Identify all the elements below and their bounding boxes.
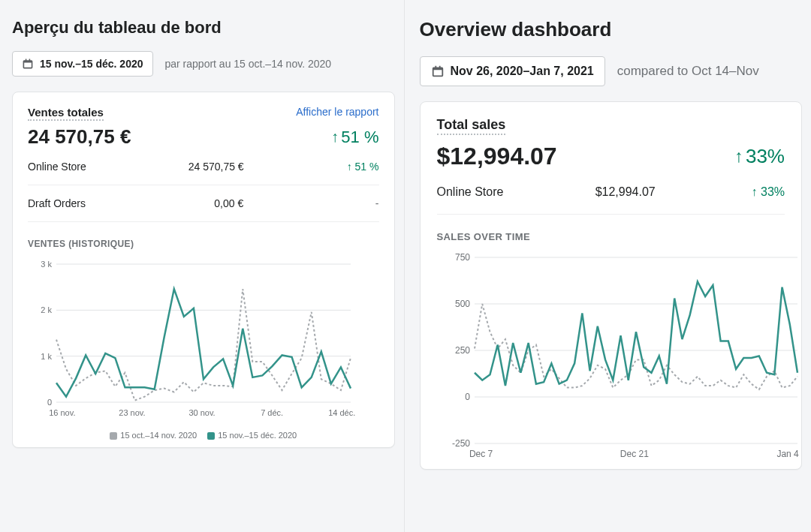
- metric-change: ↑33%: [734, 145, 785, 168]
- row-change: ↑ 51 %: [326, 161, 378, 173]
- svg-text:Dec 7: Dec 7: [469, 449, 493, 459]
- daterange-picker[interactable]: Nov 26, 2020–Jan 7, 2021: [420, 56, 605, 86]
- svg-text:14 déc.: 14 déc.: [328, 408, 355, 417]
- metric-value: $12,994.07: [437, 143, 557, 170]
- metric-label: Total sales: [437, 117, 506, 135]
- svg-text:750: 750: [454, 252, 469, 263]
- svg-text:0: 0: [465, 392, 470, 402]
- svg-text:16 nov.: 16 nov.: [49, 408, 75, 417]
- svg-text:1 k: 1 k: [41, 352, 52, 361]
- svg-text:0: 0: [47, 398, 52, 407]
- chart-section-label: VENTES (HISTORIQUE): [28, 239, 379, 249]
- toolbar: 15 nov.–15 déc. 2020 par rapport au 15 o…: [12, 51, 395, 77]
- row-value: $12,994.07: [580, 185, 656, 199]
- table-row: Online Store $12,994.07 ↑ 33%: [437, 170, 785, 215]
- page-title: Aperçu du tableau de bord: [12, 18, 395, 38]
- table-row: Draft Orders 0,00 € -: [28, 185, 379, 222]
- daterange-picker[interactable]: 15 nov.–15 déc. 2020: [12, 51, 153, 77]
- svg-text:23 nov.: 23 nov.: [119, 408, 145, 417]
- metric-value: 24 570,75 €: [28, 125, 131, 149]
- toolbar: Nov 26, 2020–Jan 7, 2021 compared to Oct…: [420, 56, 803, 86]
- total-sales-card: Ventes totales Afficher le rapport 24 57…: [12, 92, 395, 448]
- compare-label: compared to Oct 14–Nov: [617, 64, 759, 79]
- sales-history-chart: 3 k2 k1 k016 nov.23 nov.30 nov.7 déc.14 …: [28, 254, 379, 426]
- left-panel: Aperçu du tableau de bord 15 nov.–15 déc…: [0, 0, 404, 532]
- row-label: Online Store: [437, 185, 504, 199]
- view-report-link[interactable]: Afficher le rapport: [296, 106, 378, 118]
- svg-text:7 déc.: 7 déc.: [261, 408, 283, 417]
- arrow-up-icon: ↑: [331, 128, 339, 146]
- page-title: Overview dashboard: [420, 18, 803, 41]
- right-panel: Overview dashboard Nov 26, 2020–Jan 7, 2…: [404, 0, 812, 532]
- daterange-label: 15 nov.–15 déc. 2020: [40, 58, 143, 70]
- daterange-label: Nov 26, 2020–Jan 7, 2021: [451, 65, 594, 78]
- svg-text:500: 500: [454, 299, 469, 309]
- svg-text:3 k: 3 k: [41, 260, 52, 269]
- total-sales-card: Total sales $12,994.07 ↑33% Online Store…: [420, 101, 803, 470]
- svg-text:-250: -250: [451, 438, 469, 449]
- row-value: 24 570,75 €: [169, 161, 244, 173]
- svg-text:250: 250: [454, 345, 469, 356]
- svg-text:30 nov.: 30 nov.: [188, 408, 215, 417]
- calendar-icon: [431, 65, 445, 78]
- arrow-up-icon: ↑: [734, 146, 743, 167]
- legend-item: 15 oct.–14 nov. 2020: [110, 431, 197, 440]
- table-row: Online Store 24 570,75 € ↑ 51 %: [28, 149, 379, 185]
- compare-label: par rapport au 15 oct.–14 nov. 2020: [165, 58, 332, 70]
- row-change: ↑ 33%: [732, 185, 785, 199]
- legend-item: 15 nov.–15 déc. 2020: [207, 431, 297, 440]
- calendar-icon: [22, 58, 34, 70]
- chart-legend: 15 oct.–14 nov. 2020 15 nov.–15 déc. 202…: [28, 431, 379, 440]
- sales-over-time-chart: 7505002500-250Dec 7Dec 21Jan 4: [437, 247, 785, 464]
- chart-section-label: SALES OVER TIME: [437, 231, 785, 242]
- row-change: -: [326, 197, 378, 209]
- row-label: Online Store: [28, 161, 86, 173]
- row-value: 0,00 €: [168, 197, 243, 209]
- row-label: Draft Orders: [28, 197, 86, 209]
- metric-label: Ventes totales: [28, 106, 104, 121]
- svg-text:2 k: 2 k: [41, 305, 52, 314]
- svg-text:Jan 4: Jan 4: [776, 449, 799, 459]
- svg-text:Dec 21: Dec 21: [620, 449, 648, 459]
- metric-change: ↑51 %: [331, 128, 378, 147]
